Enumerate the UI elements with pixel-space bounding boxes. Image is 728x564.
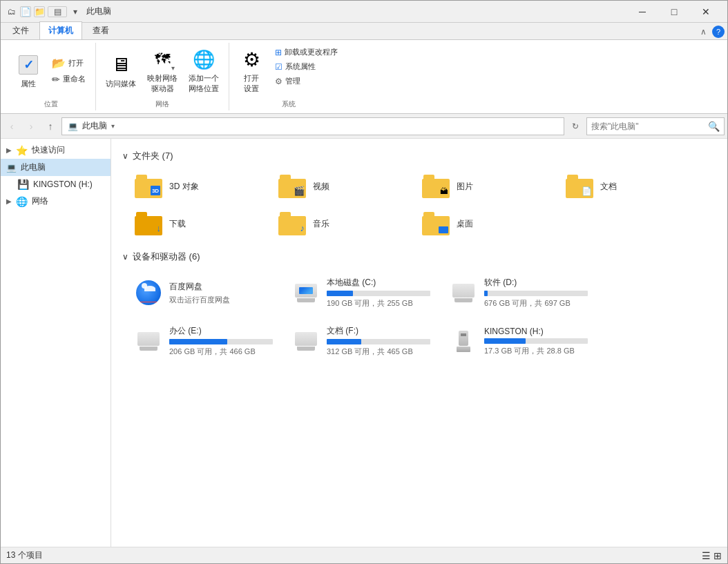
folder-music[interactable]: ♪ 音乐 [271,208,410,240]
drive-c-bar-fill [327,291,353,296]
refresh-button[interactable]: ↻ [567,118,584,135]
status-right: ☰ ⊞ [702,550,722,561]
drive-e-bar-bg [169,339,273,344]
manage-button[interactable]: ⚙ 管理 [271,75,342,88]
drive-h-space: 17.3 GB 可用，共 28.8 GB [484,346,588,356]
view-list-icon[interactable]: ☰ [702,550,711,561]
search-icon[interactable]: 🔍 [708,121,720,132]
drives-section-label: 设备和驱动器 (6) [133,251,200,263]
folder-downloads-info: 下载 [169,218,259,230]
folder-music-info: 音乐 [313,218,403,230]
location-group-label: 位置 [44,98,58,110]
folder-pictures[interactable]: 🏔 图片 [415,171,553,202]
system-right-btns: ⊞ 卸载或更改程序 ☑ 系统属性 ⚙ 管理 [271,46,342,88]
sidebar-item-kingston[interactable]: 💾 KINGSTON (H:) [1,176,111,193]
drive-h-icon [450,327,477,355]
drives-chevron[interactable]: ∨ [122,252,128,262]
close-button[interactable]: ✕ [690,1,722,23]
map-drive-down-icon: ▾ [171,64,175,72]
add-location-icon: 🌐 [193,49,215,70]
map-drive-icon: 🗺 [155,50,170,68]
drive-f-info: 文档 (F:) 312 GB 可用，共 465 GB [327,325,430,357]
new-folder-btn[interactable]: 📁 [34,6,45,17]
quick-access-icon[interactable]: 📄 [20,6,31,17]
folder-3d[interactable]: 3D 3D 对象 [128,171,266,202]
drive-d[interactable]: 软件 (D:) 676 GB 可用，共 697 GB [443,271,595,314]
folder-3d-info: 3D 对象 [169,181,259,193]
network-icon: 🌐 [16,196,28,207]
uninstall-button[interactable]: ⊞ 卸载或更改程序 [271,46,342,59]
rename-button[interactable]: ✏ 重命名 [48,72,90,86]
view-grid-icon[interactable]: ⊞ [713,550,722,561]
search-box[interactable]: 🔍 [586,117,725,135]
folder-3d-icon: 3D [135,175,162,198]
sidebar-label-quick-access: 快速访问 [32,144,65,156]
map-drive-button[interactable]: 🗺 ▾ 映射网络驱动器 [143,46,182,95]
drive-c[interactable]: 本地磁盘 (C:) 190 GB 可用，共 255 GB [285,271,437,314]
folders-section-header: ∨ 文件夹 (7) [122,150,716,162]
tab-computer[interactable]: 计算机 [39,21,82,39]
title-text: 此电脑 [86,6,626,17]
drive-baidu[interactable]: 百度网盘 双击运行百度网盘 [128,271,280,314]
ribbon-group-network: 🖥 访问媒体 🗺 ▾ 映射网络驱动器 🌐 [96,43,229,110]
drive-f[interactable]: 文档 (F:) 312 GB 可用，共 465 GB [285,320,437,362]
folder-documents[interactable]: 📄 文档 [559,171,697,202]
drive-e-bar-fill [169,339,227,344]
forward-button[interactable]: › [23,118,39,135]
folder-video-name: 视频 [313,181,403,193]
drive-f-icon [292,327,320,355]
drive-e-info: 办公 (E:) 206 GB 可用，共 466 GB [169,325,273,357]
folder-desktop[interactable]: 桌面 [415,208,553,240]
tab-view[interactable]: 查看 [84,21,118,39]
uninstall-icon: ⊞ [275,48,282,57]
folder-downloads[interactable]: ↓ 下载 [128,208,266,240]
ribbon-collapse-icon[interactable]: ∧ [700,27,707,37]
system-props-button[interactable]: ☑ 系统属性 [271,60,342,73]
tab-file[interactable]: 文件 [3,21,38,39]
window: 🗂 📄 📁 ▤ ▾ 此电脑 ─ □ ✕ 文件 计算机 查看 ∧ ? [0,0,728,564]
network-items: 🖥 访问媒体 🗺 ▾ 映射网络驱动器 🌐 [102,43,223,98]
address-bar: ‹ › ↑ 💻 此电脑 ▾ ↻ 🔍 [1,114,727,139]
folder-desktop-info: 桌面 [457,218,546,230]
ribbon-tabs: 文件 计算机 查看 ∧ ? [1,23,727,39]
address-input[interactable]: 💻 此电脑 ▾ [61,117,564,135]
baidu-drive-name: 百度网盘 [169,281,273,293]
system-items: ⚙ 打开设置 ⊞ 卸载或更改程序 ☑ 系统属性 [235,43,342,98]
drive-e[interactable]: 办公 (E:) 206 GB 可用，共 466 GB [128,320,280,362]
folders-chevron[interactable]: ∨ [122,151,128,161]
maximize-button[interactable]: □ [658,1,690,23]
media-icon: 🖥 [111,53,131,76]
back-button[interactable]: ‹ [3,118,20,135]
add-location-button[interactable]: 🌐 添加一个网络位置 [184,46,223,95]
ribbon-help-icon[interactable]: ? [712,26,725,38]
sidebar-label-kingston: KINGSTON (H:) [33,179,93,189]
properties-btn[interactable]: ▤ [48,6,67,17]
pc-icon: 💻 [68,121,78,131]
folder-video-info: 视频 [313,181,403,193]
folder-video[interactable]: 🎬 视频 [271,171,410,202]
open-button[interactable]: 📂 打开 [48,55,90,71]
folder-documents-name: 文档 [600,181,690,193]
drive-e-space: 206 GB 可用，共 466 GB [169,347,273,357]
open-settings-button[interactable]: ⚙ 打开设置 [235,46,268,95]
drive-c-bar-bg [327,291,430,296]
sidebar-item-this-pc[interactable]: 💻 此电脑 [1,159,111,176]
drive-d-bar-fill [484,291,488,296]
up-button[interactable]: ↑ [42,118,59,135]
sidebar-item-quick-access[interactable]: ▶ ⭐ 快速访问 [1,142,111,159]
drive-f-bar-bg [327,339,430,344]
dropdown-arrow[interactable]: ▾ [70,6,81,17]
media-access-button[interactable]: 🖥 访问媒体 [102,51,140,90]
rename-label: 重命名 [63,74,86,84]
drive-h[interactable]: KINGSTON (H:) 17.3 GB 可用，共 28.8 GB [443,320,595,362]
folders-grid: 3D 3D 对象 🎬 视频 [122,171,716,240]
properties-button[interactable]: ✓ 属性 [12,51,45,90]
sidebar-item-network[interactable]: ▶ 🌐 网络 [1,193,111,210]
minimize-button[interactable]: ─ [626,1,658,23]
sidebar: ▶ ⭐ 快速访问 💻 此电脑 💾 KINGSTON (H:) ▶ 🌐 网络 [1,139,111,547]
settings-label: 打开设置 [244,73,259,94]
folder-music-icon: ♪ [278,212,306,235]
system-props-icon: ☑ [275,62,282,72]
manage-icon: ⚙ [275,77,282,86]
search-input[interactable] [591,121,705,131]
